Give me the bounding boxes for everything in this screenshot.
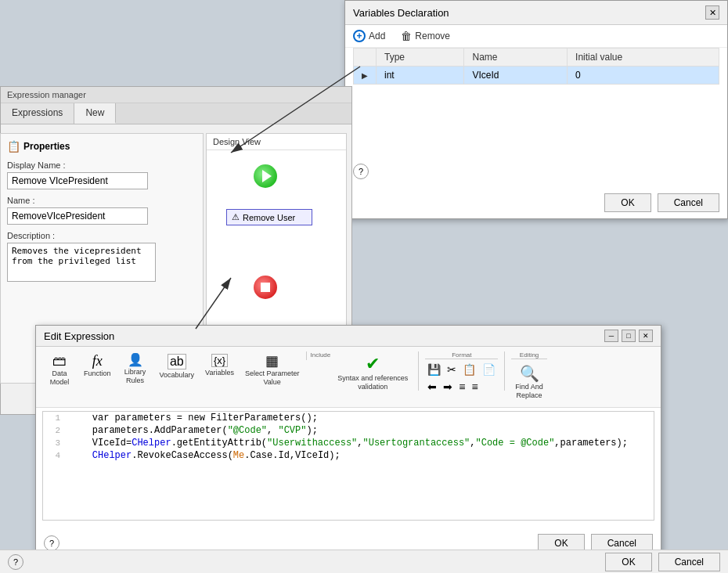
save-button[interactable]: 💾 <box>425 362 443 377</box>
stop-icon <box>261 283 270 292</box>
activity-box[interactable]: ⚠ Remove User <box>226 209 312 225</box>
indent-right-button[interactable]: ➡ <box>441 379 455 395</box>
add-icon: + <box>353 30 366 42</box>
maximize-button[interactable]: □ <box>622 330 636 342</box>
include-section: Include <box>306 351 330 360</box>
display-name-label: Display Name : <box>7 160 196 170</box>
variables-dialog-title: Variables Declaration <box>353 7 449 19</box>
var-type[interactable]: int <box>377 67 464 85</box>
name-input[interactable] <box>7 207 148 225</box>
play-icon <box>262 170 272 182</box>
expression-manager-title: Expression manager <box>1 87 351 103</box>
code-line-4: 4 CHelper.RevokeCaseAccess(Me.Case.Id,VI… <box>43 449 654 462</box>
variables-dialog-footer: OK Cancel <box>604 193 719 212</box>
design-canvas: ⚠ Remove User <box>207 150 346 335</box>
var-initial-value[interactable]: 0 <box>568 67 719 85</box>
col-arrow <box>354 49 377 67</box>
col-initial-value: Initial value <box>568 49 719 67</box>
function-button[interactable]: fx Function <box>80 351 115 380</box>
variables-dialog-close-button[interactable]: ✕ <box>705 5 719 20</box>
tab-new[interactable]: New <box>74 103 116 124</box>
library-rules-label: LibraryRules <box>124 368 146 385</box>
select-parameter-icon: ▦ <box>265 354 279 368</box>
edit-expression-titlebar: Edit Expression ─ □ ✕ <box>36 326 661 347</box>
code-editor[interactable]: 1 var parameters = new FilterParameters(… <box>42 411 654 521</box>
stop-button[interactable] <box>254 276 277 299</box>
design-view-title: Design View <box>207 134 346 150</box>
syntax-validation-button[interactable]: ✔ Syntax and referencesvalidation <box>333 351 412 394</box>
activity-icon: ⚠ <box>232 212 240 222</box>
line-number-4: 4 <box>43 450 67 461</box>
description-input[interactable]: Removes the vicepresident from the privi… <box>7 243 156 282</box>
syntax-validation-icon: ✔ <box>366 354 380 374</box>
indent-left-button[interactable]: ⬅ <box>425 379 439 395</box>
align-right-button[interactable]: ≡ <box>469 379 480 395</box>
paste-button[interactable]: 📄 <box>480 362 498 377</box>
function-icon: fx <box>92 354 103 368</box>
line-number-2: 2 <box>43 425 67 436</box>
main-footer-buttons: OK Cancel <box>605 553 720 571</box>
properties-header: 📋 Properties <box>7 140 196 153</box>
function-label: Function <box>84 369 111 378</box>
window-buttons: ─ □ ✕ <box>604 330 653 342</box>
format-group: Format 💾 ✂ 📋 📄 ⬅ ➡ ≡ ≡ <box>425 351 498 395</box>
code-line-2: 2 parameters.AddParameter("@Code", "CVP"… <box>43 424 654 437</box>
variable-row[interactable]: ▶ int VIceId 0 <box>354 67 719 85</box>
line-code-3: VIceId=CHelper.getEntityAttrib("Userwith… <box>67 437 631 449</box>
variables-cancel-button[interactable]: Cancel <box>658 193 719 212</box>
remove-variable-button[interactable]: 🗑 Remove <box>401 30 450 42</box>
line-code-1: var parameters = new FilterParameters(); <box>67 412 321 424</box>
find-replace-icon: 🔍 <box>520 364 539 383</box>
main-cancel-button[interactable]: Cancel <box>658 553 720 571</box>
select-parameter-button[interactable]: ▦ Select ParameterValue <box>241 351 304 389</box>
play-button[interactable] <box>254 164 277 188</box>
align-left-button[interactable]: ≡ <box>456 379 467 395</box>
variables-label: Variables <box>205 369 234 377</box>
library-rules-button[interactable]: 👤 LibraryRules <box>118 351 153 387</box>
col-name: Name <box>464 49 568 67</box>
editing-section-label: Editing <box>511 351 547 359</box>
syntax-validation-label: Syntax and referencesvalidation <box>337 374 408 391</box>
main-ok-button[interactable]: OK <box>605 553 651 571</box>
variables-dialog-help-button[interactable]: ? <box>353 164 369 179</box>
close-button[interactable]: ✕ <box>639 330 653 342</box>
variables-icon: {x} <box>211 354 228 367</box>
description-label: Description : <box>7 231 196 240</box>
vocabulary-label: Vocabulary <box>160 371 195 380</box>
activity-label: Remove User <box>243 213 295 222</box>
edit-expression-help-button[interactable]: ? <box>44 535 59 551</box>
cut-button[interactable]: ✂ <box>445 362 459 377</box>
edit-expression-dialog: Edit Expression ─ □ ✕ 🗃 DataModel fx Fun… <box>35 325 661 560</box>
edit-expression-title: Edit Expression <box>44 330 114 342</box>
main-help-button[interactable]: ? <box>8 554 23 570</box>
variables-button[interactable]: {x} Variables <box>201 351 238 380</box>
sep1 <box>418 351 419 391</box>
sep2 <box>504 351 505 391</box>
data-model-button[interactable]: 🗃 DataModel <box>42 351 77 389</box>
row-arrow: ▶ <box>354 67 377 85</box>
line-number-1: 1 <box>43 413 67 423</box>
variables-table-container: Type Name Initial value ▶ int VIceId 0 <box>345 48 727 85</box>
display-name-input[interactable] <box>7 172 148 189</box>
add-label: Add <box>369 31 385 41</box>
copy-button[interactable]: 📋 <box>460 362 478 377</box>
find-replace-label: Find AndReplace <box>515 383 543 400</box>
code-line-3: 3 VIceId=CHelper.getEntityAttrib("Userwi… <box>43 437 654 449</box>
properties-icon: 📋 <box>7 140 20 153</box>
data-model-icon: 🗃 <box>52 354 67 368</box>
tab-expressions[interactable]: Expressions <box>1 103 74 124</box>
vocabulary-button[interactable]: ab Vocabulary <box>156 351 199 382</box>
variables-ok-button[interactable]: OK <box>604 193 651 212</box>
minimize-button[interactable]: ─ <box>604 330 618 342</box>
line-code-4: CHelper.RevokeCaseAccess(Me.Case.Id,VIce… <box>67 449 344 462</box>
code-line-1: 1 var parameters = new FilterParameters(… <box>43 412 654 424</box>
add-variable-button[interactable]: + Add <box>353 30 385 42</box>
vocabulary-icon: ab <box>168 354 186 369</box>
var-name[interactable]: VIceId <box>464 67 568 85</box>
variables-table: Type Name Initial value ▶ int VIceId 0 <box>353 48 719 85</box>
find-replace-button[interactable]: 🔍 Find AndReplace <box>511 362 547 402</box>
variables-dialog: Variables Declaration ✕ + Add 🗑 Remove T… <box>344 0 728 219</box>
include-section-label: Include <box>310 351 330 359</box>
name-label: Name : <box>7 196 196 205</box>
editing-group: Editing 🔍 Find AndReplace <box>511 351 547 402</box>
